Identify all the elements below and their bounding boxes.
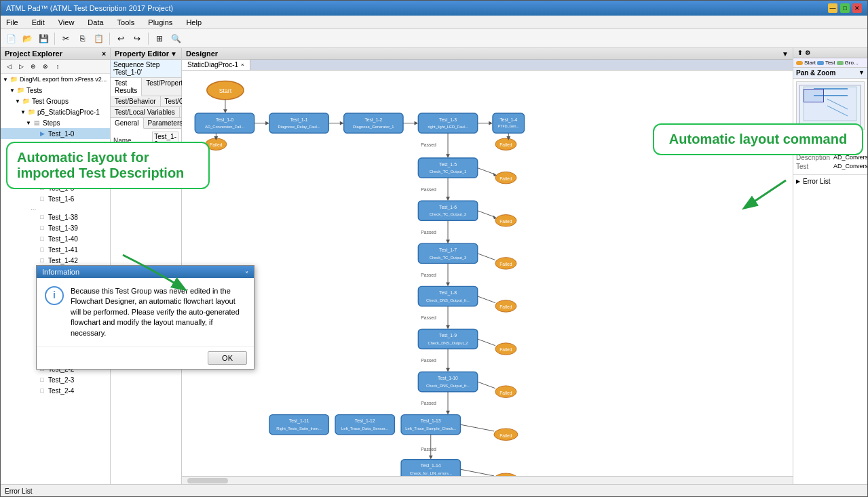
dialog-title-text: Information <box>42 268 79 276</box>
dialog-info-icon: i <box>45 286 64 305</box>
dialog-ok-button[interactable]: OK <box>208 351 247 365</box>
dialog-message: Because this Test Group was never edited… <box>71 286 246 338</box>
callout-right-box: Automatic layout command <box>653 123 863 155</box>
dialog-footer: OK <box>37 346 254 369</box>
callout-left-text: Automatic layout for imported Test Descr… <box>17 150 184 180</box>
callout-left-arrow <box>116 252 197 292</box>
dialog-overlay: Information × i Because this Test Group … <box>1 1 867 496</box>
callout-right-text: Automatic layout command <box>669 132 847 146</box>
app-window: ATML Pad™ (ATML Test Description 2017 Pr… <box>0 0 868 497</box>
callout-right-arrow <box>738 177 793 211</box>
callout-left-box: Automatic layout for imported Test Descr… <box>6 142 210 189</box>
dialog-close-btn[interactable]: × <box>245 269 248 275</box>
